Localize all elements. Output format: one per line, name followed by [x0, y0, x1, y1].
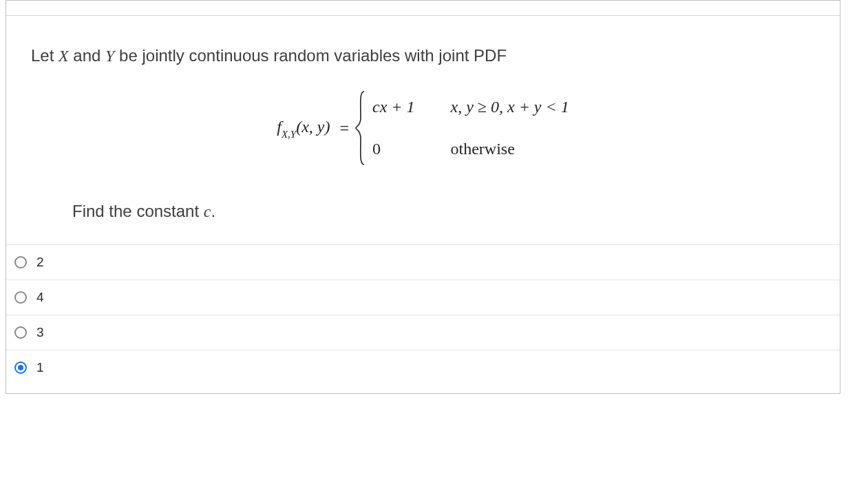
radio-icon[interactable]: [14, 256, 27, 269]
f-subscript: X,Y: [282, 129, 296, 140]
option-label: 4: [36, 290, 44, 305]
option-row[interactable]: 3: [6, 315, 840, 350]
option-label: 2: [36, 255, 44, 270]
text: be jointly continuous random variables w…: [114, 46, 507, 65]
var-y: Y: [105, 47, 114, 65]
piecewise: cx + 1 x, y ≥ 0, x + y < 1 0 otherwise: [354, 90, 569, 166]
case1-expression: cx + 1: [372, 98, 415, 116]
option-label: 3: [36, 325, 44, 340]
case2-condition: otherwise: [451, 140, 569, 158]
text: Let: [31, 46, 59, 65]
text: .: [211, 202, 215, 220]
option-row[interactable]: 2: [6, 245, 840, 280]
radio-icon[interactable]: [14, 361, 27, 374]
question-prompt: Find the constant c.: [72, 202, 815, 221]
text: Find the constant: [72, 202, 204, 220]
math-lhs: fX,Y(x, y) =: [277, 90, 354, 166]
option-row[interactable]: 4: [6, 280, 840, 315]
radio-icon[interactable]: [14, 291, 27, 304]
equals-sign: =: [340, 119, 350, 138]
prompt-var: c: [204, 202, 211, 220]
radio-icon[interactable]: [14, 326, 27, 339]
math-definition: fX,Y(x, y) = cx + 1 x, y ≥ 0, x + y < 1 …: [31, 90, 815, 166]
case2-expression: 0: [372, 140, 415, 158]
question-card: Let X and Y be jointly continuous random…: [6, 0, 840, 394]
question-body: Let X and Y be jointly continuous random…: [6, 16, 840, 244]
options-list: 2 4 3 1: [6, 244, 840, 393]
left-brace-icon: [354, 90, 367, 166]
text: and: [69, 46, 105, 65]
f-args: (x, y): [296, 118, 330, 136]
card-top-strip: [6, 1, 840, 16]
question-intro: Let X and Y be jointly continuous random…: [31, 46, 815, 65]
option-row[interactable]: 1: [6, 350, 840, 393]
case1-condition: x, y ≥ 0, x + y < 1: [451, 98, 569, 116]
var-x: X: [59, 47, 69, 65]
f-symbol: f: [277, 118, 282, 136]
cases-grid: cx + 1 x, y ≥ 0, x + y < 1 0 otherwise: [367, 94, 569, 162]
option-label: 1: [36, 360, 44, 375]
